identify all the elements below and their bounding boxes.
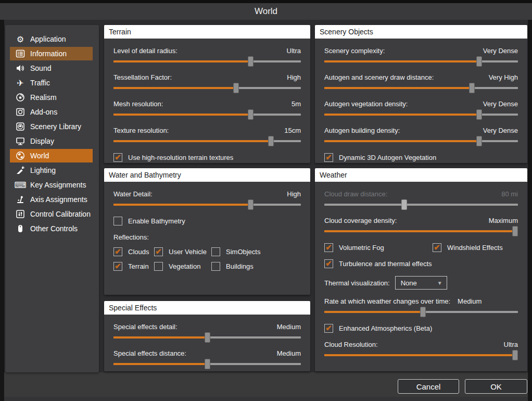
slider-track[interactable] xyxy=(324,204,518,206)
windshield-effects-checkbox[interactable]: ✔Windshield Effects xyxy=(433,243,518,252)
sidebar-item-application[interactable]: ⚙Application xyxy=(10,32,93,46)
sidebar-item-world[interactable]: World xyxy=(10,149,93,162)
level-of-detail-radius-slider: Level of detail radius:Ultra xyxy=(113,47,301,62)
slider-thumb[interactable] xyxy=(248,109,254,120)
slider-track[interactable] xyxy=(113,87,301,89)
panel-body: Cloud draw distance:80 miCloud coverage … xyxy=(315,182,527,356)
panel-body: Level of detail radius:UltraTessellation… xyxy=(104,39,310,162)
slider-track[interactable] xyxy=(113,336,301,339)
slider-fill xyxy=(324,311,423,313)
sidebar-item-label: Axis Assignments xyxy=(30,195,87,204)
dynamic-3d-autogen-vegetation-checkbox[interactable]: ✔Dynamic 3D Autogen Vegetation xyxy=(324,153,518,162)
information-icon xyxy=(15,48,26,59)
slider-thumb[interactable] xyxy=(205,359,210,369)
terrain-checkbox[interactable]: ✔Terrain xyxy=(113,262,154,271)
slider-thumb[interactable] xyxy=(248,199,254,210)
thermal-visualization-dropdown[interactable]: None▼ xyxy=(395,276,447,290)
sidebar-item-realism[interactable]: Realism xyxy=(10,91,93,104)
autogen-building-density-slider: Autogen building density:Very Dense xyxy=(324,127,518,142)
turbulence-and-thermal-effects-checkbox[interactable]: ✔Turbulence and thermal effects xyxy=(324,259,518,268)
slider-fill xyxy=(113,204,252,206)
slider-thumb[interactable] xyxy=(268,136,274,146)
slider-labels: Cloud Resolution:Ultra xyxy=(324,341,518,348)
panel-title: Special Effects xyxy=(104,301,310,315)
sidebar-item-label: Other Controls xyxy=(30,224,78,233)
window-left-edge xyxy=(0,20,4,401)
slider-track[interactable] xyxy=(324,60,518,62)
slider-track[interactable] xyxy=(113,60,301,62)
slider-fill xyxy=(324,230,518,232)
slider-fill xyxy=(324,87,473,89)
checkbox-label: Enhanced Atmospherics (Beta) xyxy=(339,324,432,332)
sidebar-item-sound[interactable]: Sound xyxy=(10,61,93,75)
slider-label: Rate at which weather changes over time: xyxy=(324,297,450,305)
sidebar-item-scenery-library[interactable]: Scenery Library xyxy=(10,120,93,133)
slider-thumb[interactable] xyxy=(205,332,210,343)
water-detail-slider: Water Detail:High xyxy=(113,190,301,206)
sidebar-item-display[interactable]: Display xyxy=(10,134,93,148)
sidebar-item-key-assignments[interactable]: ⌨Key Assignments xyxy=(10,178,93,192)
section-label: Reflections: xyxy=(113,233,301,241)
slider-track[interactable] xyxy=(113,140,301,142)
clouds-checkbox[interactable]: ✔Clouds xyxy=(113,247,154,256)
slider-fill xyxy=(324,354,518,356)
sidebar-item-control-calibration[interactable]: Control Calibration xyxy=(10,207,93,221)
special-effects-distance-slider: Special effects distance:Medium xyxy=(113,349,301,365)
panel-body: Special effects detail:MediumSpecial eff… xyxy=(104,315,310,365)
sidebar-item-axis-assignments[interactable]: Axis Assignments xyxy=(10,193,93,206)
checkbox-label: Buildings xyxy=(226,262,254,270)
slider-thumb[interactable] xyxy=(476,109,482,120)
checkbox-label: Vegetation xyxy=(169,262,200,270)
slider-label: Mesh resolution: xyxy=(113,100,163,108)
slider-thumb[interactable] xyxy=(401,199,407,210)
slider-track[interactable] xyxy=(324,354,518,356)
vegetation-checkbox[interactable]: Vegetation xyxy=(154,262,211,271)
sidebar-item-add-ons[interactable]: Add-ons xyxy=(10,105,93,119)
slider-thumb[interactable] xyxy=(512,350,518,360)
slider-track[interactable] xyxy=(113,204,301,206)
panel-title: Scenery Objects xyxy=(315,25,527,39)
slider-thumb[interactable] xyxy=(476,56,482,67)
slider-thumb[interactable] xyxy=(420,307,426,317)
realism-icon xyxy=(15,92,26,103)
slider-thumb[interactable] xyxy=(512,226,518,236)
slider-labels: Tessellation Factor:High xyxy=(113,73,301,81)
panel-title: Terrain xyxy=(104,25,310,39)
slider-value: Ultra xyxy=(504,341,518,348)
slider-track[interactable] xyxy=(324,114,518,116)
cloud-draw-distance-slider: Cloud draw distance:80 mi xyxy=(324,190,518,206)
slider-track[interactable] xyxy=(324,87,518,89)
slider-thumb[interactable] xyxy=(233,83,239,93)
sidebar-item-traffic[interactable]: ✈Traffic xyxy=(10,76,93,90)
other-controls-icon xyxy=(15,223,26,234)
window-right-edge xyxy=(528,20,532,401)
slider-track[interactable] xyxy=(324,140,518,142)
check-icon: ✔ xyxy=(325,324,332,332)
slider-thumb[interactable] xyxy=(248,56,254,67)
volumetric-fog-checkbox[interactable]: ✔Volumetric Fog xyxy=(324,243,433,252)
slider-track[interactable] xyxy=(113,114,301,116)
enable-bathymetry-checkbox[interactable]: Enable Bathymetry xyxy=(113,217,301,225)
sidebar-item-lighting[interactable]: Lighting xyxy=(10,164,93,177)
slider-thumb[interactable] xyxy=(476,136,482,146)
slider-thumb[interactable] xyxy=(469,83,475,93)
simobjects-checkbox[interactable]: SimObjects xyxy=(211,247,301,256)
slider-value: Very Dense xyxy=(483,47,518,55)
sidebar-item-other-controls[interactable]: Other Controls xyxy=(10,222,93,235)
checkbox-box: ✔ xyxy=(324,243,333,252)
user-vehicle-checkbox[interactable]: ✔User Vehicle xyxy=(154,247,211,256)
use-high-resolution-terrain-textures-checkbox[interactable]: ✔Use high-resolution terrain textures xyxy=(113,153,301,162)
slider-track[interactable] xyxy=(113,363,301,365)
checkbox-box: ✔ xyxy=(113,247,122,256)
enhanced-atmospherics-beta-checkbox[interactable]: ✔Enhanced Atmospherics (Beta) xyxy=(324,324,518,333)
slider-label: Autogen vegetation density: xyxy=(324,100,408,108)
checkbox-label: Clouds xyxy=(128,248,149,256)
slider-track[interactable] xyxy=(324,230,518,232)
buildings-checkbox[interactable]: Buildings xyxy=(211,262,301,271)
sidebar-item-information[interactable]: Information xyxy=(10,47,93,60)
cancel-button[interactable]: Cancel xyxy=(398,379,459,394)
ok-button[interactable]: OK xyxy=(465,379,527,394)
slider-track[interactable] xyxy=(324,311,518,313)
slider-label: Texture resolution: xyxy=(113,127,169,134)
slider-fill xyxy=(113,140,273,142)
